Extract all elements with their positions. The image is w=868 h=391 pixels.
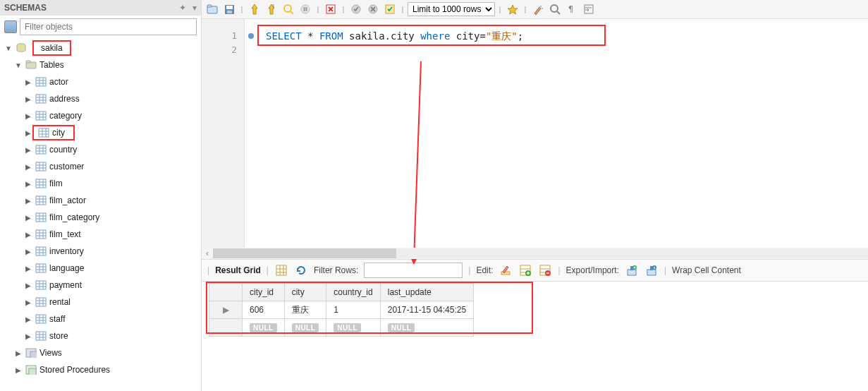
cell[interactable]: 1 [326, 301, 380, 319]
cell[interactable]: NULL [284, 319, 326, 337]
row-number-header [209, 284, 243, 301]
expand-icon[interactable]: ▶ [24, 315, 32, 323]
table-item-address[interactable]: ▶address [4, 90, 201, 107]
row-number-cell [209, 319, 243, 337]
sql-token: * [302, 30, 319, 42]
expand-icon[interactable]: ▶ [24, 95, 32, 103]
expand-icon[interactable]: ▶ [24, 299, 32, 306]
expand-icon[interactable]: ▶ [24, 78, 32, 86]
table-item-city[interactable]: ▶city [4, 124, 201, 141]
scroll-thumb[interactable] [213, 248, 396, 258]
schemas-refresh-icon[interactable]: ✦ [179, 3, 186, 13]
expand-icon[interactable]: ▶ [24, 231, 32, 239]
find-button[interactable] [547, 1, 563, 17]
column-header[interactable]: city [284, 284, 326, 301]
expand-icon[interactable]: ▶ [24, 248, 32, 255]
svg-point-102 [540, 6, 542, 7]
table-icon [35, 229, 47, 240]
edit-row-icon[interactable] [499, 263, 513, 277]
svg-rect-43 [36, 213, 46, 222]
expand-icon[interactable]: ▶ [24, 146, 32, 154]
filter-rows-input[interactable] [364, 263, 463, 278]
save-button[interactable] [221, 1, 237, 17]
table-item-country[interactable]: ▶country [4, 141, 201, 158]
beautify-button[interactable] [530, 1, 546, 17]
expand-icon[interactable]: ▼ [14, 61, 23, 69]
scroll-left-icon[interactable]: ‹ [202, 248, 213, 259]
expand-icon[interactable]: ▶ [24, 180, 32, 188]
table-item-film[interactable]: ▶film [4, 175, 201, 192]
cell[interactable]: NULL [243, 319, 285, 337]
wrap-button[interactable] [581, 1, 597, 17]
filter-objects-input[interactable] [20, 18, 197, 35]
cell[interactable]: 重庆 [284, 301, 326, 319]
expand-icon[interactable]: ▶ [24, 265, 32, 272]
grid-view-icon[interactable] [274, 263, 288, 277]
stop-on-error-button[interactable] [323, 1, 338, 17]
explain-button[interactable] [281, 1, 296, 17]
table-item-staff[interactable]: ▶staff [4, 311, 201, 327]
commit-button[interactable] [348, 1, 364, 17]
table-icon [35, 279, 47, 291]
row-limit-select[interactable]: Limit to 1000 rows [408, 2, 495, 16]
cell[interactable]: NULL [380, 319, 473, 337]
table-item-customer[interactable]: ▶customer [4, 158, 201, 175]
export-icon[interactable] [625, 263, 639, 277]
column-header[interactable]: country_id [326, 284, 380, 301]
execute-button[interactable] [247, 1, 262, 17]
add-row-icon[interactable] [518, 263, 532, 277]
table-row[interactable]: ▶606重庆12017-11-15 04:45:25 [209, 301, 474, 319]
cell[interactable]: 2017-11-15 04:45:25 [380, 301, 473, 319]
delete-row-icon[interactable] [538, 263, 552, 277]
table-item-actor[interactable]: ▶actor [4, 73, 201, 90]
table-item-store[interactable]: ▶store [4, 327, 201, 344]
views-folder[interactable]: ▶ Views [4, 344, 201, 361]
rollback-button[interactable] [365, 1, 381, 17]
code-line [266, 43, 868, 57]
expand-icon[interactable]: ▼ [4, 44, 13, 52]
expand-icon[interactable]: ▶ [24, 332, 32, 340]
null-badge: NULL [334, 323, 361, 332]
table-row[interactable]: NULLNULLNULLNULL [209, 319, 474, 337]
table-item-category[interactable]: ▶category [4, 107, 201, 124]
autocommit-button[interactable] [382, 1, 398, 17]
table-item-inventory[interactable]: ▶inventory [4, 243, 201, 260]
expand-icon[interactable]: ▶ [24, 112, 32, 120]
table-item-payment[interactable]: ▶payment [4, 277, 201, 294]
favorite-button[interactable] [505, 1, 520, 17]
column-header[interactable]: last_update [380, 284, 473, 301]
tables-folder[interactable]: ▼ Tables [4, 56, 201, 73]
stored-procedures-folder[interactable]: ▶ Stored Procedures [4, 361, 201, 378]
editor-horizontal-scrollbar[interactable]: ‹ [202, 248, 868, 259]
code-area[interactable]: SELECT * FROM sakila.city where city="重庆… [245, 19, 868, 259]
cell[interactable]: NULL [326, 319, 380, 337]
column-header[interactable]: city_id [243, 284, 285, 301]
expand-icon[interactable]: ▶ [24, 129, 32, 137]
annotation-arrow [372, 61, 470, 273]
expand-icon[interactable]: ▶ [14, 366, 23, 374]
expand-icon[interactable]: ▶ [24, 197, 32, 205]
expand-icon[interactable]: ▶ [24, 282, 32, 289]
expand-icon[interactable]: ▶ [14, 349, 23, 357]
filter-db-icon [4, 20, 17, 33]
result-table[interactable]: city_idcitycountry_idlast_update ▶606重庆1… [209, 283, 474, 337]
scroll-track[interactable] [213, 248, 868, 258]
execute-current-button[interactable]: I [264, 1, 279, 17]
expand-icon[interactable]: ▶ [24, 214, 32, 222]
table-item-language[interactable]: ▶language [4, 260, 201, 277]
table-item-rental[interactable]: ▶rental [4, 294, 201, 311]
cell[interactable]: 606 [243, 301, 285, 319]
table-item-film_category[interactable]: ▶film_category [4, 209, 201, 226]
expand-icon[interactable]: ▶ [24, 163, 32, 171]
refresh-icon[interactable] [294, 263, 308, 277]
toggle-invisible-button[interactable]: ¶ [564, 1, 580, 17]
sql-editor[interactable]: 1 2 SELECT * FROM sakila.city where city… [202, 19, 868, 259]
schemas-collapse-icon[interactable]: ▾ [192, 3, 197, 13]
import-icon[interactable] [644, 263, 659, 277]
edit-label: Edit: [476, 265, 493, 275]
stop-icon[interactable] [298, 1, 313, 17]
table-item-film_actor[interactable]: ▶film_actor [4, 192, 201, 209]
open-file-button[interactable] [204, 1, 220, 17]
database-row[interactable]: ▼ sakila [4, 40, 201, 56]
table-item-film_text[interactable]: ▶film_text [4, 226, 201, 243]
